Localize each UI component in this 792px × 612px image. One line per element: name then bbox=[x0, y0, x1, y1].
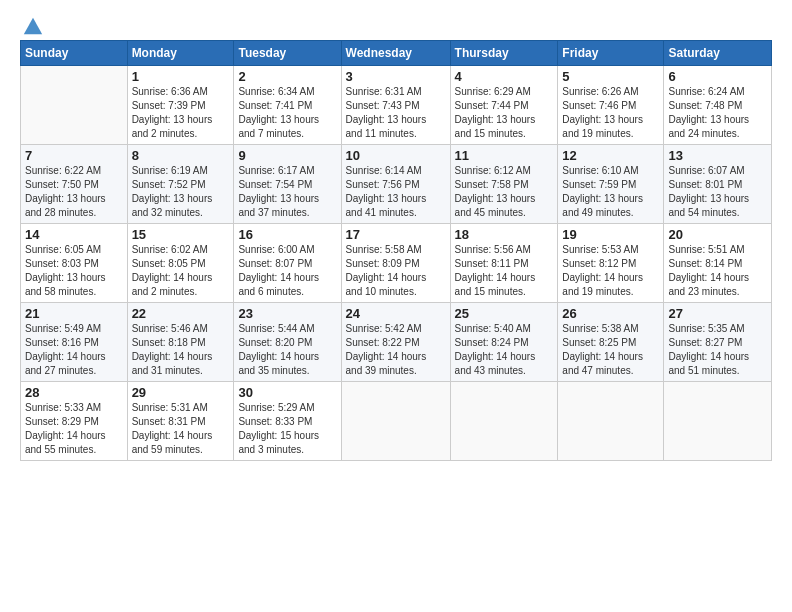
day-number: 21 bbox=[25, 306, 123, 321]
day-info: Sunrise: 6:02 AMSunset: 8:05 PMDaylight:… bbox=[132, 243, 230, 299]
day-number: 12 bbox=[562, 148, 659, 163]
day-number: 20 bbox=[668, 227, 767, 242]
day-info: Sunrise: 6:36 AMSunset: 7:39 PMDaylight:… bbox=[132, 85, 230, 141]
calendar-cell bbox=[558, 382, 664, 461]
day-number: 15 bbox=[132, 227, 230, 242]
day-number: 5 bbox=[562, 69, 659, 84]
calendar-cell: 6Sunrise: 6:24 AMSunset: 7:48 PMDaylight… bbox=[664, 66, 772, 145]
calendar-cell: 12Sunrise: 6:10 AMSunset: 7:59 PMDayligh… bbox=[558, 145, 664, 224]
calendar-header-friday: Friday bbox=[558, 41, 664, 66]
day-info: Sunrise: 6:29 AMSunset: 7:44 PMDaylight:… bbox=[455, 85, 554, 141]
day-info: Sunrise: 5:46 AMSunset: 8:18 PMDaylight:… bbox=[132, 322, 230, 378]
calendar-cell bbox=[450, 382, 558, 461]
day-number: 24 bbox=[346, 306, 446, 321]
day-number: 2 bbox=[238, 69, 336, 84]
calendar-header-sunday: Sunday bbox=[21, 41, 128, 66]
day-info: Sunrise: 6:07 AMSunset: 8:01 PMDaylight:… bbox=[668, 164, 767, 220]
day-info: Sunrise: 5:40 AMSunset: 8:24 PMDaylight:… bbox=[455, 322, 554, 378]
day-info: Sunrise: 5:38 AMSunset: 8:25 PMDaylight:… bbox=[562, 322, 659, 378]
day-info: Sunrise: 6:05 AMSunset: 8:03 PMDaylight:… bbox=[25, 243, 123, 299]
header bbox=[20, 16, 772, 32]
calendar-cell: 18Sunrise: 5:56 AMSunset: 8:11 PMDayligh… bbox=[450, 224, 558, 303]
calendar-cell: 17Sunrise: 5:58 AMSunset: 8:09 PMDayligh… bbox=[341, 224, 450, 303]
calendar-week-2: 7Sunrise: 6:22 AMSunset: 7:50 PMDaylight… bbox=[21, 145, 772, 224]
day-number: 22 bbox=[132, 306, 230, 321]
calendar-cell: 13Sunrise: 6:07 AMSunset: 8:01 PMDayligh… bbox=[664, 145, 772, 224]
calendar-cell: 10Sunrise: 6:14 AMSunset: 7:56 PMDayligh… bbox=[341, 145, 450, 224]
calendar-cell bbox=[21, 66, 128, 145]
day-info: Sunrise: 6:31 AMSunset: 7:43 PMDaylight:… bbox=[346, 85, 446, 141]
calendar-cell: 14Sunrise: 6:05 AMSunset: 8:03 PMDayligh… bbox=[21, 224, 128, 303]
day-info: Sunrise: 5:44 AMSunset: 8:20 PMDaylight:… bbox=[238, 322, 336, 378]
day-number: 8 bbox=[132, 148, 230, 163]
logo-icon bbox=[22, 16, 44, 38]
day-info: Sunrise: 6:26 AMSunset: 7:46 PMDaylight:… bbox=[562, 85, 659, 141]
day-number: 13 bbox=[668, 148, 767, 163]
day-number: 18 bbox=[455, 227, 554, 242]
calendar-header-thursday: Thursday bbox=[450, 41, 558, 66]
calendar-header-saturday: Saturday bbox=[664, 41, 772, 66]
day-info: Sunrise: 5:42 AMSunset: 8:22 PMDaylight:… bbox=[346, 322, 446, 378]
day-info: Sunrise: 6:19 AMSunset: 7:52 PMDaylight:… bbox=[132, 164, 230, 220]
day-number: 4 bbox=[455, 69, 554, 84]
day-info: Sunrise: 5:53 AMSunset: 8:12 PMDaylight:… bbox=[562, 243, 659, 299]
page: SundayMondayTuesdayWednesdayThursdayFrid… bbox=[0, 0, 792, 612]
calendar-cell: 19Sunrise: 5:53 AMSunset: 8:12 PMDayligh… bbox=[558, 224, 664, 303]
calendar-week-5: 28Sunrise: 5:33 AMSunset: 8:29 PMDayligh… bbox=[21, 382, 772, 461]
day-number: 1 bbox=[132, 69, 230, 84]
day-info: Sunrise: 5:35 AMSunset: 8:27 PMDaylight:… bbox=[668, 322, 767, 378]
calendar-week-4: 21Sunrise: 5:49 AMSunset: 8:16 PMDayligh… bbox=[21, 303, 772, 382]
day-number: 11 bbox=[455, 148, 554, 163]
calendar-table: SundayMondayTuesdayWednesdayThursdayFrid… bbox=[20, 40, 772, 461]
calendar-cell: 29Sunrise: 5:31 AMSunset: 8:31 PMDayligh… bbox=[127, 382, 234, 461]
calendar-cell: 4Sunrise: 6:29 AMSunset: 7:44 PMDaylight… bbox=[450, 66, 558, 145]
day-info: Sunrise: 5:33 AMSunset: 8:29 PMDaylight:… bbox=[25, 401, 123, 457]
day-number: 14 bbox=[25, 227, 123, 242]
day-number: 27 bbox=[668, 306, 767, 321]
calendar-week-1: 1Sunrise: 6:36 AMSunset: 7:39 PMDaylight… bbox=[21, 66, 772, 145]
calendar-cell: 22Sunrise: 5:46 AMSunset: 8:18 PMDayligh… bbox=[127, 303, 234, 382]
calendar-header-row: SundayMondayTuesdayWednesdayThursdayFrid… bbox=[21, 41, 772, 66]
day-number: 19 bbox=[562, 227, 659, 242]
calendar-cell bbox=[664, 382, 772, 461]
calendar-cell: 28Sunrise: 5:33 AMSunset: 8:29 PMDayligh… bbox=[21, 382, 128, 461]
calendar-header-tuesday: Tuesday bbox=[234, 41, 341, 66]
calendar-cell: 30Sunrise: 5:29 AMSunset: 8:33 PMDayligh… bbox=[234, 382, 341, 461]
svg-marker-0 bbox=[24, 18, 42, 35]
day-number: 28 bbox=[25, 385, 123, 400]
day-number: 23 bbox=[238, 306, 336, 321]
day-info: Sunrise: 5:49 AMSunset: 8:16 PMDaylight:… bbox=[25, 322, 123, 378]
calendar-cell: 2Sunrise: 6:34 AMSunset: 7:41 PMDaylight… bbox=[234, 66, 341, 145]
day-info: Sunrise: 5:31 AMSunset: 8:31 PMDaylight:… bbox=[132, 401, 230, 457]
calendar-cell: 24Sunrise: 5:42 AMSunset: 8:22 PMDayligh… bbox=[341, 303, 450, 382]
calendar-header-wednesday: Wednesday bbox=[341, 41, 450, 66]
calendar-cell: 5Sunrise: 6:26 AMSunset: 7:46 PMDaylight… bbox=[558, 66, 664, 145]
day-info: Sunrise: 5:58 AMSunset: 8:09 PMDaylight:… bbox=[346, 243, 446, 299]
day-info: Sunrise: 6:00 AMSunset: 8:07 PMDaylight:… bbox=[238, 243, 336, 299]
day-number: 10 bbox=[346, 148, 446, 163]
day-info: Sunrise: 6:14 AMSunset: 7:56 PMDaylight:… bbox=[346, 164, 446, 220]
day-number: 29 bbox=[132, 385, 230, 400]
calendar-cell: 9Sunrise: 6:17 AMSunset: 7:54 PMDaylight… bbox=[234, 145, 341, 224]
calendar-cell: 23Sunrise: 5:44 AMSunset: 8:20 PMDayligh… bbox=[234, 303, 341, 382]
day-number: 26 bbox=[562, 306, 659, 321]
day-number: 6 bbox=[668, 69, 767, 84]
day-info: Sunrise: 6:17 AMSunset: 7:54 PMDaylight:… bbox=[238, 164, 336, 220]
day-number: 25 bbox=[455, 306, 554, 321]
day-info: Sunrise: 6:22 AMSunset: 7:50 PMDaylight:… bbox=[25, 164, 123, 220]
day-number: 7 bbox=[25, 148, 123, 163]
calendar-cell: 25Sunrise: 5:40 AMSunset: 8:24 PMDayligh… bbox=[450, 303, 558, 382]
calendar-cell bbox=[341, 382, 450, 461]
day-info: Sunrise: 5:29 AMSunset: 8:33 PMDaylight:… bbox=[238, 401, 336, 457]
calendar-header-monday: Monday bbox=[127, 41, 234, 66]
logo bbox=[20, 16, 44, 32]
calendar-cell: 21Sunrise: 5:49 AMSunset: 8:16 PMDayligh… bbox=[21, 303, 128, 382]
day-info: Sunrise: 5:56 AMSunset: 8:11 PMDaylight:… bbox=[455, 243, 554, 299]
calendar-cell: 26Sunrise: 5:38 AMSunset: 8:25 PMDayligh… bbox=[558, 303, 664, 382]
logo-text bbox=[20, 16, 44, 38]
calendar-cell: 27Sunrise: 5:35 AMSunset: 8:27 PMDayligh… bbox=[664, 303, 772, 382]
calendar-cell: 3Sunrise: 6:31 AMSunset: 7:43 PMDaylight… bbox=[341, 66, 450, 145]
calendar-week-3: 14Sunrise: 6:05 AMSunset: 8:03 PMDayligh… bbox=[21, 224, 772, 303]
day-number: 9 bbox=[238, 148, 336, 163]
calendar-cell: 7Sunrise: 6:22 AMSunset: 7:50 PMDaylight… bbox=[21, 145, 128, 224]
